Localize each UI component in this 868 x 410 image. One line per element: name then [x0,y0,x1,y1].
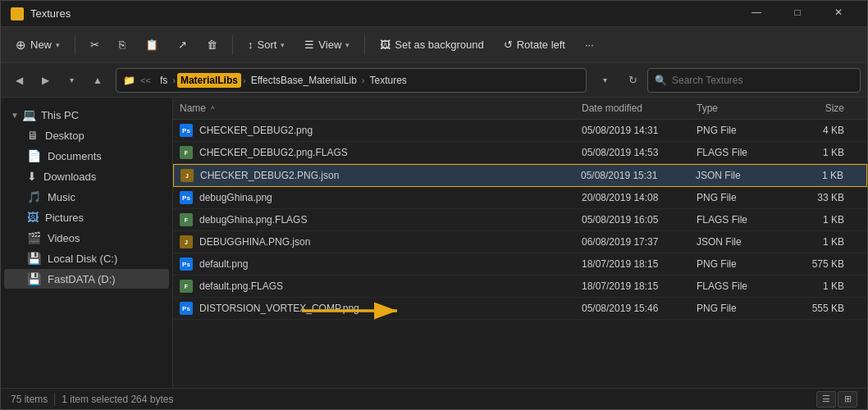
paste-button[interactable]: 📋 [137,34,167,55]
breadcrumb-effectsbase[interactable]: EffectsBase_MaterialLib [248,73,360,88]
sidebar-item-fastdata[interactable]: 💾 FastDATA (D:) [4,269,169,289]
ps-icon: Ps [180,191,193,204]
table-row[interactable]: J DEBUGGHINA.PNG.json 06/08/2019 17:37 J… [173,231,867,253]
set-bg-icon: 🖼 [380,39,391,51]
rotate-left-button[interactable]: ↺ Rotate left [496,34,573,55]
more-button[interactable]: ··· [577,34,602,55]
file-size-8: 555 KB [795,303,861,314]
new-label: New [30,39,52,51]
sidebar-item-downloads[interactable]: ⬇ Downloads [4,166,169,186]
file-name-5: DEBUGGHINA.PNG.json [199,236,582,248]
file-name-4: debugGhina.png.FLAGS [199,214,582,226]
cut-button[interactable]: ✂ [82,34,107,55]
flags-icon: F [180,146,193,159]
file-type-5: JSON File [697,236,795,248]
file-type-8: PNG File [697,303,795,314]
file-type-0: PNG File [697,125,795,136]
breadcrumb-sep-0: << [140,75,151,85]
dropdown-button[interactable]: ▾ [593,69,616,92]
share-icon: ↗ [178,39,187,51]
view-label: View [318,39,341,51]
refresh-button[interactable]: ↻ [621,69,644,92]
sidebar-item-local-disk[interactable]: 💾 Local Disk (C:) [4,248,169,268]
expand-icon: ▼ [11,111,19,120]
sidebar-downloads-label: Downloads [43,171,96,183]
flags-icon: F [180,280,193,293]
this-pc-label: This PC [41,109,79,121]
file-name-0: CHECKER_DEBUG2.png [199,125,582,136]
main-content: ▼ 💻 This PC 🖥 Desktop 📄 Documents ⬇ Down… [1,98,867,388]
breadcrumb-arrow-2: › [243,75,246,85]
more-icon: ··· [585,39,594,51]
file-size-7: 1 KB [795,280,861,292]
recent-button[interactable]: ▾ [60,69,83,92]
forward-button[interactable]: ▶ [34,69,57,92]
sort-button[interactable]: ↕ Sort ▾ [240,34,293,55]
window: Textures — □ ✕ ⊕ New ▾ ✂ ⎘ 📋 ↗ 🗑 [0,0,868,410]
address-bar: ◀ ▶ ▾ ▲ 📁 << fs › MaterialLibs › Effects… [1,63,867,98]
sidebar-item-pictures[interactable]: 🖼 Pictures [4,207,169,227]
search-input[interactable] [672,75,853,86]
file-date-7: 18/07/2019 18:15 [582,280,697,292]
file-area: Name ^ Date modified Type Size Ps CHECKE… [173,98,867,388]
file-name-1: CHECKER_DEBUG2.png.FLAGS [199,147,582,158]
header-date[interactable]: Date modified [582,102,697,114]
table-row[interactable]: F default.png.FLAGS 18/07/2019 18:15 FLA… [173,276,867,298]
view-icon: ☰ [304,39,314,51]
file-date-5: 06/08/2019 17:37 [582,236,697,248]
sidebar-fastdata-label: FastDATA (D:) [48,273,116,285]
list-view-button[interactable]: ☰ [816,391,836,408]
view-button[interactable]: ☰ View ▾ [296,34,358,55]
sidebar-item-desktop[interactable]: 🖥 Desktop [4,125,169,145]
table-row[interactable]: Ps CHECKER_DEBUG2.png 05/08/2019 14:31 P… [173,120,867,142]
breadcrumb-fs[interactable]: fs [157,73,171,88]
desktop-icon: 🖥 [27,129,39,142]
breadcrumb-materiallibs[interactable]: MaterialLibs [177,73,241,88]
table-row[interactable]: Ps DISTORSION_VORTEX_COMP.png 05/08/2019… [173,298,867,320]
grid-view-button[interactable]: ⊞ [838,391,857,408]
file-name-6: default.png [199,258,582,270]
minimize-button[interactable]: — [738,0,775,25]
json-icon: J [180,169,194,182]
table-row[interactable]: J CHECKER_DEBUG2.PNG.json 05/08/2019 15:… [173,164,867,187]
up-button[interactable]: ▲ [86,69,109,92]
delete-icon: 🗑 [207,39,217,51]
table-row[interactable]: F debugGhina.png.FLAGS 05/08/2019 16:05 … [173,209,867,231]
table-row[interactable]: Ps debugGhina.png 20/08/2019 14:08 PNG F… [173,187,867,209]
share-button[interactable]: ↗ [170,34,195,55]
table-row[interactable]: Ps default.png 18/07/2019 18:15 PNG File… [173,253,867,276]
sidebar-music-label: Music [48,191,75,203]
header-name[interactable]: Name ^ [180,102,582,114]
sidebar: ▼ 💻 This PC 🖥 Desktop 📄 Documents ⬇ Down… [1,98,173,388]
breadcrumb-arrow-1: › [172,75,176,85]
set-background-button[interactable]: 🖼 Set as background [372,34,491,55]
maximize-button[interactable]: □ [779,0,816,25]
ps-icon: Ps [180,257,193,271]
sidebar-local-disk-label: Local Disk (C:) [48,253,117,265]
copy-icon: ⎘ [119,39,126,51]
header-type[interactable]: Type [697,102,795,114]
new-button[interactable]: ⊕ New ▾ [7,34,68,57]
sidebar-item-videos[interactable]: 🎬 Videos [4,228,169,248]
header-size[interactable]: Size [795,102,861,114]
file-size-5: 1 KB [795,236,861,248]
file-date-1: 05/08/2019 14:53 [582,147,697,158]
file-date-8: 05/08/2019 15:46 [582,303,697,314]
file-name-2: CHECKER_DEBUG2.PNG.json [200,170,581,181]
json-icon: J [180,235,193,248]
sidebar-this-pc[interactable]: ▼ 💻 This PC [4,105,169,125]
videos-icon: 🎬 [27,231,41,244]
back-button[interactable]: ◀ [7,69,30,92]
file-date-3: 20/08/2019 14:08 [582,192,697,203]
window-title: Textures [30,7,738,20]
sidebar-item-music[interactable]: 🎵 Music [4,187,169,207]
delete-button[interactable]: 🗑 [199,34,226,55]
copy-button[interactable]: ⎘ [111,34,134,55]
breadcrumb-textures[interactable]: Textures [367,73,410,88]
table-row[interactable]: F CHECKER_DEBUG2.png.FLAGS 05/08/2019 14… [173,142,867,164]
fastdata-icon: 💾 [27,272,41,285]
close-button[interactable]: ✕ [820,0,857,25]
search-box[interactable]: 🔍 [647,68,861,93]
sidebar-pictures-label: Pictures [45,212,84,224]
sidebar-item-documents[interactable]: 📄 Documents [4,146,169,166]
